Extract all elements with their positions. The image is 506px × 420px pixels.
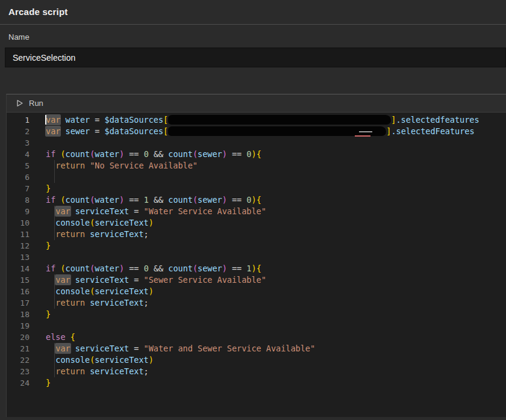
code-line[interactable]: 23 return serviceText; bbox=[7, 366, 506, 377]
code-line[interactable]: 3 bbox=[7, 137, 506, 149]
code-line[interactable]: 22 console(serviceText) bbox=[7, 354, 506, 366]
code-line[interactable]: 10 console(serviceText) bbox=[7, 217, 506, 229]
code-token: == bbox=[124, 195, 144, 205]
arcade-script-dialog: { "header": { "title": "Arcade script" }… bbox=[0, 0, 506, 420]
code-token: && bbox=[149, 195, 169, 205]
code-line-content: } bbox=[30, 240, 506, 252]
code-line[interactable]: 4if (count(water) == 0 && count(sewer) =… bbox=[7, 149, 506, 160]
code-token: { bbox=[257, 264, 261, 273]
code-line-content: } bbox=[30, 309, 506, 320]
code-line[interactable]: 18} bbox=[7, 309, 506, 320]
indent-guide bbox=[54, 274, 55, 286]
code-line-content: console(serviceText) bbox=[30, 217, 506, 229]
line-number: 10 bbox=[7, 217, 30, 229]
name-field-label: Name bbox=[8, 32, 30, 42]
code-line[interactable]: 21 var serviceText = "Water and Sewer Se… bbox=[7, 343, 506, 354]
code-token: } bbox=[46, 378, 51, 388]
code-token: 1 bbox=[246, 264, 251, 273]
code-token: sewer bbox=[198, 149, 222, 159]
code-token: } bbox=[46, 241, 51, 250]
code-line[interactable]: 20else { bbox=[7, 332, 506, 343]
code-token: ; bbox=[144, 229, 149, 239]
code-token: && bbox=[149, 149, 169, 159]
code-token: ( bbox=[60, 149, 65, 159]
line-number: 12 bbox=[7, 240, 30, 252]
code-token: .selectedFeatures bbox=[391, 126, 474, 136]
code-line[interactable]: 24} bbox=[7, 377, 506, 389]
code-token: 0 bbox=[144, 264, 149, 273]
code-token: "Water Service Available" bbox=[144, 206, 266, 216]
code-token: count bbox=[168, 195, 193, 205]
code-token: ( bbox=[60, 264, 65, 273]
code-line-content bbox=[30, 320, 506, 332]
code-line[interactable]: 6 bbox=[7, 171, 506, 183]
code-token: $dataSources bbox=[105, 115, 164, 125]
code-line[interactable]: 2var sewer = $dataSources[].selectedFeat… bbox=[7, 126, 506, 137]
code-line[interactable]: 5 return "No Service Available" bbox=[7, 160, 506, 171]
code-token: [ bbox=[163, 126, 168, 136]
line-number: 18 bbox=[7, 309, 30, 320]
code-line[interactable]: 9 var serviceText = "Water Service Avail… bbox=[7, 206, 506, 217]
code-line-content: return serviceText; bbox=[30, 297, 506, 309]
code-token: ( bbox=[193, 149, 198, 159]
code-token: 0 bbox=[246, 149, 251, 159]
code-token: = bbox=[129, 344, 143, 353]
code-token: serviceText bbox=[90, 298, 143, 307]
code-token: "No Service Available" bbox=[90, 161, 198, 170]
code-token: if bbox=[46, 195, 55, 205]
code-token: serviceText bbox=[90, 229, 143, 239]
code-token: $dataSources bbox=[105, 126, 164, 136]
code-line-content: return serviceText; bbox=[30, 366, 506, 377]
code-lines[interactable]: 1var water = $dataSources[].selectedfeat… bbox=[7, 113, 506, 389]
script-name-input[interactable] bbox=[5, 48, 506, 67]
code-line-content: if (count(water) == 1 && count(sewer) ==… bbox=[30, 194, 506, 206]
code-token bbox=[85, 366, 90, 376]
code-token: if bbox=[46, 264, 55, 273]
code-token: { bbox=[70, 332, 75, 342]
code-line-content bbox=[30, 137, 506, 149]
code-token: ) bbox=[222, 149, 227, 159]
code-line[interactable]: 8if (count(water) == 1 && count(sewer) =… bbox=[7, 194, 506, 206]
code-token: ) bbox=[252, 195, 257, 205]
indent-guide bbox=[54, 171, 55, 183]
code-line[interactable]: 14if (count(water) == 0 && count(sewer) … bbox=[7, 263, 506, 274]
code-token: ) bbox=[119, 264, 124, 273]
run-button[interactable]: Run bbox=[16, 99, 43, 108]
indent-guide bbox=[54, 343, 55, 354]
code-line[interactable]: 16 console(serviceText) bbox=[7, 286, 506, 297]
code-line-content: var serviceText = "Water and Sewer Servi… bbox=[30, 343, 506, 354]
code-token: 0 bbox=[144, 149, 149, 159]
code-token bbox=[60, 115, 65, 125]
code-line-content: var serviceText = "Sewer Service Availab… bbox=[30, 274, 506, 286]
text-cursor bbox=[45, 115, 46, 125]
code-line-content: else { bbox=[30, 332, 506, 343]
editor-toolbar: Run bbox=[7, 94, 506, 113]
code-token: == bbox=[227, 195, 247, 205]
redaction-gap-underscore bbox=[359, 131, 372, 132]
code-token: var bbox=[46, 115, 60, 125]
code-token: count bbox=[66, 149, 90, 159]
code-token: == bbox=[227, 264, 247, 273]
code-token: ) bbox=[252, 149, 257, 159]
code-token: && bbox=[149, 264, 169, 273]
code-line[interactable]: 19 bbox=[7, 320, 506, 332]
code-line[interactable]: 13 bbox=[7, 252, 506, 263]
code-line-content: } bbox=[30, 183, 506, 194]
error-underline bbox=[355, 135, 370, 137]
code-token: water bbox=[95, 195, 119, 205]
code-token: ) bbox=[149, 218, 154, 227]
code-token bbox=[70, 275, 75, 285]
indent-guide bbox=[54, 366, 55, 377]
code-line[interactable]: 12} bbox=[7, 240, 506, 252]
line-number: 21 bbox=[7, 343, 30, 354]
code-line[interactable]: 1var water = $dataSources[].selectedfeat… bbox=[7, 114, 506, 126]
code-line[interactable]: 17 return serviceText; bbox=[7, 297, 506, 309]
code-line-content: return serviceText; bbox=[30, 229, 506, 240]
line-number: 11 bbox=[7, 229, 30, 240]
code-line[interactable]: 15 var serviceText = "Sewer Service Avai… bbox=[7, 274, 506, 286]
code-token: return bbox=[55, 229, 85, 239]
code-line[interactable]: 7} bbox=[7, 183, 506, 194]
code-line[interactable]: 11 return serviceText; bbox=[7, 229, 506, 240]
dialog-header: Arcade script bbox=[0, 0, 506, 24]
code-token bbox=[85, 161, 90, 170]
